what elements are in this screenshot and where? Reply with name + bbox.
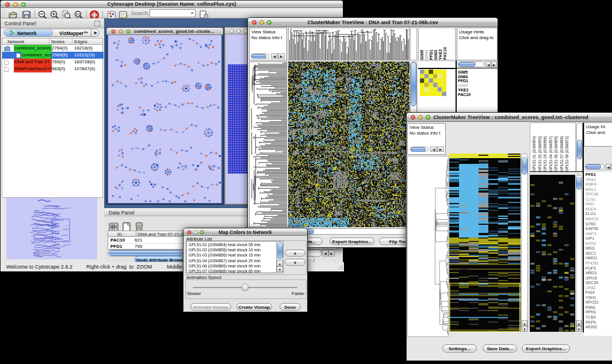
svg-text:1:1: 1:1: [76, 13, 80, 16]
